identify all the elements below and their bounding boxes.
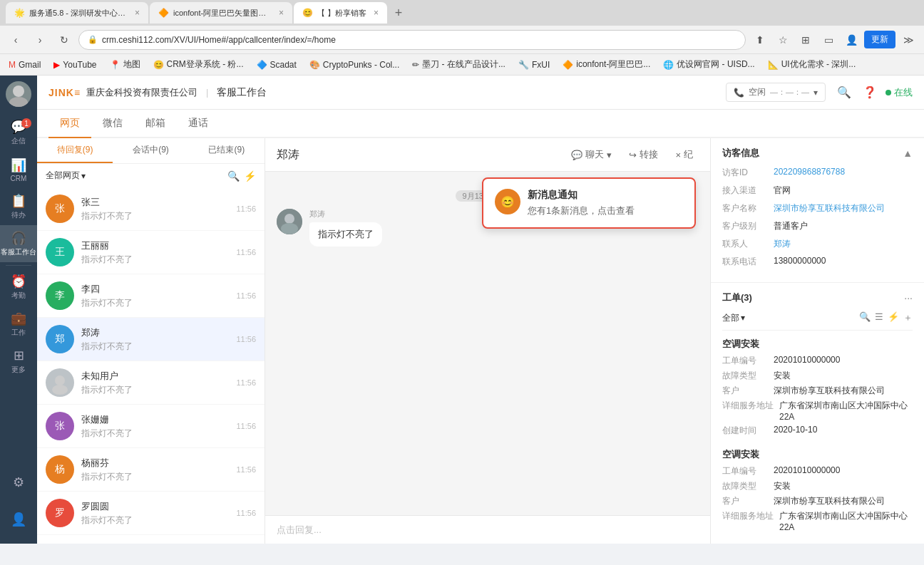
modao-icon: ✏: [412, 60, 419, 70]
help-button[interactable]: ❓: [860, 83, 880, 103]
svg-point-6: [281, 223, 298, 234]
user-avatar[interactable]: [6, 81, 31, 107]
close-chat-button[interactable]: × 纪: [669, 145, 699, 164]
sidebar-bottom: ⚙ 👤: [0, 464, 37, 544]
tab-wechat[interactable]: 微信: [91, 110, 134, 138]
conv-item-5[interactable]: 未知用户 指示灯不亮了 11:56: [37, 361, 265, 405]
conv-tab-pending[interactable]: 待回复(9): [37, 138, 113, 163]
wo-search-icon[interactable]: 🔍: [859, 311, 871, 324]
wo-filter-button[interactable]: 全部 ▾: [722, 312, 745, 324]
conv-filter-icon[interactable]: ⚡: [244, 170, 256, 182]
contact-label: 联系人: [722, 238, 768, 250]
wo-list-icon[interactable]: ☰: [875, 311, 883, 324]
conv-filter-dropdown[interactable]: 全部网页 ▾: [46, 170, 86, 182]
extensions-icon[interactable]: ≫: [898, 30, 918, 50]
bookmark-icon[interactable]: ☆: [773, 30, 793, 50]
conv-info-8: 罗圆圆 指示灯不亮了: [81, 500, 229, 527]
wo-filter2-icon[interactable]: ⚡: [888, 311, 899, 324]
wo-customer-row-1: 客户 深圳市纷享互联科技有限公司: [722, 385, 913, 397]
conv-item-7[interactable]: 杨 杨丽芬 指示灯不亮了 11:56: [37, 448, 265, 492]
tab-call[interactable]: 通话: [177, 110, 220, 138]
tab-email[interactable]: 邮箱: [134, 110, 177, 138]
chat-input[interactable]: [277, 524, 699, 535]
sidebar-toggle-icon[interactable]: ▭: [818, 30, 838, 50]
update-button[interactable]: 更新: [864, 31, 895, 48]
wo-address-value-1: 广东省深圳市南山区大冲国际中心22A: [779, 400, 913, 422]
new-tab-button[interactable]: +: [389, 3, 409, 23]
conv-filter-chevron: ▾: [81, 171, 86, 181]
bookmark-crypto[interactable]: 🎨 CryptoPunks - Col...: [307, 58, 402, 71]
sidebar-label-attendance: 考勤: [11, 291, 26, 301]
sidebar-item-service[interactable]: 🎧 客服工作台: [0, 225, 37, 262]
phone-status[interactable]: 📞 空闲 —：—：— ▾: [726, 83, 826, 102]
address-bar[interactable]: 🔒 crm.ceshi112.com/XV/UI/Home#/app/callc…: [78, 30, 746, 50]
conv-item-2[interactable]: 王 王丽丽 指示灯不亮了 11:56: [37, 231, 265, 274]
sidebar-item-more[interactable]: ⊞ 更多: [0, 343, 37, 380]
settings-icon: ⚙: [13, 475, 24, 490]
sidebar-item-settings[interactable]: ⚙: [0, 464, 37, 501]
conv-item-4[interactable]: 郑 郑涛 指示灯不亮了 11:56: [37, 318, 265, 361]
customer-name-value[interactable]: 深圳市纷享互联科技有限公司: [774, 202, 885, 214]
conv-item-8[interactable]: 罗 罗圆圆 指示灯不亮了 11:56: [37, 492, 265, 535]
bookmark-ui[interactable]: 📐 UI优化需求 - 深圳...: [765, 57, 859, 72]
browser-chrome: 🌟 服务通5.8 - 深圳研发中心 - 粉... × 🔶 iconfont-阿里…: [0, 0, 924, 76]
conv-item-6[interactable]: 张 张姗姗 指示灯不亮了 11:56: [37, 405, 265, 448]
transfer-button[interactable]: ↪ 转接: [623, 145, 664, 164]
conv-tab-ended[interactable]: 已结束(9): [189, 138, 265, 163]
conv-name-2: 王丽丽: [81, 239, 229, 252]
visitor-info-toggle[interactable]: ▲: [903, 147, 913, 159]
sidebar-item-pending[interactable]: 📋 待办: [0, 188, 37, 225]
bookmark-crypto-label: CryptoPunks - Col...: [323, 60, 399, 70]
conv-item-3[interactable]: 李 李四 指示灯不亮了 11:56: [37, 274, 265, 318]
sidebar-item-crm[interactable]: 📊 CRM: [0, 151, 37, 188]
forward-button[interactable]: ›: [30, 30, 50, 50]
bookmark-modao[interactable]: ✏ 墨刀 - 在线产品设计...: [409, 57, 508, 72]
sidebar-item-attendance[interactable]: ⏰ 考勤: [0, 269, 37, 306]
conv-name-5: 未知用户: [81, 370, 229, 383]
wo-add-icon[interactable]: ＋: [903, 311, 913, 324]
bookmark-fxui[interactable]: 🔧 FxUI: [515, 58, 553, 71]
reader-icon[interactable]: ⊞: [796, 30, 816, 50]
chat-input-area: [265, 515, 710, 544]
wo-fault-row-1: 故障类型 安装: [722, 370, 913, 382]
sidebar-item-enterprise[interactable]: 💬 企信 1: [0, 114, 37, 151]
bookmark-scadat[interactable]: 🔷 Scadat: [254, 58, 299, 71]
search-button[interactable]: 🔍: [834, 83, 854, 103]
tab2-close[interactable]: ×: [279, 8, 284, 18]
conv-tab-active[interactable]: 会话中(9): [113, 138, 188, 163]
browser-tab-3[interactable]: 😊 【 】粉享销客 ×: [294, 2, 387, 24]
tab2-label: iconfont-阿里巴巴矢量图标库: [173, 8, 272, 19]
bookmark-youtube[interactable]: ▶ YouTube: [51, 58, 99, 71]
bookmark-crm[interactable]: 😊 CRM登录系统 - 粉...: [150, 57, 247, 72]
notification-popup[interactable]: 😊 新消息通知 您有1条新消息，点击查看: [482, 177, 696, 229]
chat-button[interactable]: 💬 聊天 ▾: [565, 145, 617, 164]
contact-value[interactable]: 郑涛: [774, 238, 791, 250]
service-icon: 🎧: [11, 230, 26, 246]
sidebar-item-user[interactable]: 👤: [0, 501, 37, 538]
bookmark-maps[interactable]: 📍 地图: [107, 57, 143, 72]
bookmark-modao-label: 墨刀 - 在线产品设计...: [422, 58, 505, 71]
tab3-close[interactable]: ×: [374, 8, 379, 18]
bookmark-uisd[interactable]: 🌐 优设网官网 - UISD...: [660, 57, 757, 72]
tab3-favicon: 😊: [302, 8, 313, 18]
visitor-info-section: 访客信息 ▲ 访客ID 202209868876788 接入渠道 官网 客户名称…: [711, 138, 924, 283]
back-button[interactable]: ‹: [6, 30, 26, 50]
browser-tab-2[interactable]: 🔶 iconfont-阿里巴巴矢量图标库 ×: [150, 2, 292, 24]
refresh-button[interactable]: ↻: [54, 30, 74, 50]
tab1-close[interactable]: ×: [135, 8, 140, 18]
tab-webpage[interactable]: 网页: [48, 110, 91, 138]
share-icon[interactable]: ⬆: [750, 30, 770, 50]
bookmark-gmail[interactable]: M Gmail: [6, 58, 43, 71]
online-status[interactable]: 在线: [885, 86, 913, 99]
work-order-filter: 全部 ▾ 🔍 ☰ ⚡ ＋: [722, 311, 913, 331]
browser-tab-1[interactable]: 🌟 服务通5.8 - 深圳研发中心 - 粉... ×: [6, 2, 148, 24]
sidebar-item-work[interactable]: 💼 工作: [0, 306, 37, 343]
conv-search-icon[interactable]: 🔍: [227, 170, 240, 182]
phone-value: 13800000000: [774, 256, 826, 268]
profile-icon[interactable]: 👤: [841, 30, 861, 50]
conv-item-1[interactable]: 张 张三 指示灯不亮了 11:56: [37, 187, 265, 231]
work-order-more-icon[interactable]: ···: [904, 292, 913, 304]
visitor-id-value[interactable]: 202209868876788: [774, 167, 845, 179]
bookmark-iconfont[interactable]: 🔶 iconfont-阿里巴巴...: [560, 57, 653, 72]
gmail-icon: M: [9, 60, 16, 70]
